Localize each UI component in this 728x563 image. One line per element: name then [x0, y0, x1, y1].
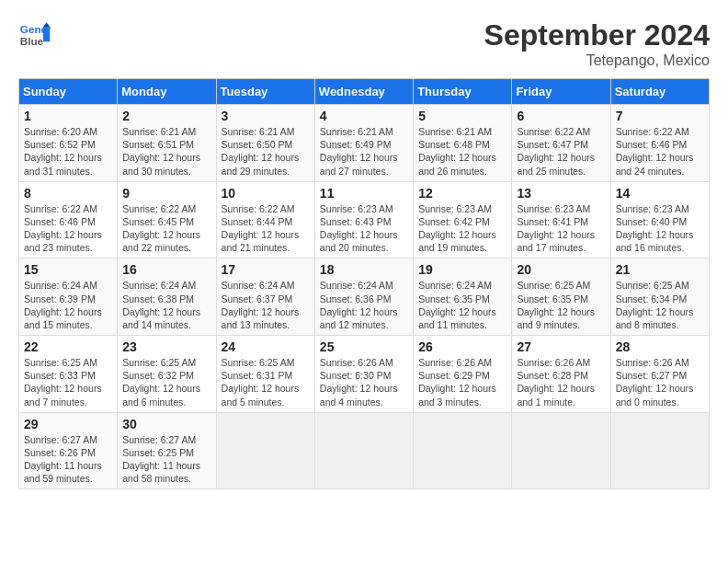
calendar-cell: 21Sunrise: 6:25 AM Sunset: 6:34 PM Dayli… — [610, 259, 709, 336]
day-info: Sunrise: 6:25 AM Sunset: 6:31 PM Dayligh… — [222, 356, 310, 408]
day-number: 12 — [418, 186, 506, 201]
calendar-cell: 23Sunrise: 6:25 AM Sunset: 6:32 PM Dayli… — [118, 336, 216, 413]
day-number: 27 — [517, 339, 605, 354]
calendar-cell: 30Sunrise: 6:27 AM Sunset: 6:25 PM Dayli… — [118, 412, 216, 489]
col-wednesday: Wednesday — [314, 79, 413, 105]
day-info: Sunrise: 6:20 AM Sunset: 6:52 PM Dayligh… — [24, 125, 112, 178]
calendar-cell: 28Sunrise: 6:26 AM Sunset: 6:27 PM Dayli… — [610, 336, 709, 413]
day-info: Sunrise: 6:22 AM Sunset: 6:44 PM Dayligh… — [222, 202, 310, 255]
calendar-cell: 5Sunrise: 6:21 AM Sunset: 6:48 PM Daylig… — [414, 105, 512, 182]
calendar-cell: 27Sunrise: 6:26 AM Sunset: 6:28 PM Dayli… — [512, 336, 610, 413]
col-sunday: Sunday — [19, 79, 118, 105]
day-number: 29 — [24, 417, 112, 431]
day-number: 8 — [24, 186, 112, 201]
day-info: Sunrise: 6:23 AM Sunset: 6:41 PM Dayligh… — [517, 202, 605, 255]
day-info: Sunrise: 6:22 AM Sunset: 6:45 PM Dayligh… — [122, 202, 210, 255]
day-number: 6 — [517, 109, 605, 123]
calendar-cell — [216, 412, 314, 489]
day-number: 11 — [320, 186, 408, 201]
calendar-cell: 6Sunrise: 6:22 AM Sunset: 6:47 PM Daylig… — [512, 105, 610, 182]
svg-marker-2 — [43, 27, 50, 41]
calendar-cell: 15Sunrise: 6:24 AM Sunset: 6:39 PM Dayli… — [19, 259, 118, 336]
calendar-cell: 25Sunrise: 6:26 AM Sunset: 6:30 PM Dayli… — [314, 336, 413, 413]
logo-icon: General Blue — [18, 18, 51, 52]
day-info: Sunrise: 6:22 AM Sunset: 6:46 PM Dayligh… — [616, 125, 704, 178]
logo: General Blue — [18, 18, 51, 52]
calendar-week-row: 29Sunrise: 6:27 AM Sunset: 6:26 PM Dayli… — [19, 412, 710, 489]
calendar-table: Sunday Monday Tuesday Wednesday Thursday… — [18, 78, 710, 489]
day-info: Sunrise: 6:21 AM Sunset: 6:49 PM Dayligh… — [320, 125, 408, 178]
calendar-cell — [512, 412, 610, 489]
month-title: September 2024 — [484, 18, 710, 52]
day-number: 24 — [222, 339, 310, 354]
day-number: 20 — [517, 262, 605, 277]
calendar-cell: 7Sunrise: 6:22 AM Sunset: 6:46 PM Daylig… — [610, 105, 709, 182]
calendar-cell: 18Sunrise: 6:24 AM Sunset: 6:36 PM Dayli… — [314, 259, 413, 336]
day-info: Sunrise: 6:26 AM Sunset: 6:29 PM Dayligh… — [418, 356, 506, 408]
day-info: Sunrise: 6:23 AM Sunset: 6:40 PM Dayligh… — [616, 202, 704, 255]
day-number: 9 — [122, 186, 210, 201]
day-info: Sunrise: 6:26 AM Sunset: 6:27 PM Dayligh… — [616, 356, 704, 408]
day-number: 3 — [222, 109, 310, 123]
calendar-cell: 11Sunrise: 6:23 AM Sunset: 6:43 PM Dayli… — [314, 181, 413, 259]
calendar-cell — [610, 412, 709, 489]
calendar-cell: 3Sunrise: 6:21 AM Sunset: 6:50 PM Daylig… — [216, 105, 314, 182]
calendar-cell: 16Sunrise: 6:24 AM Sunset: 6:38 PM Dayli… — [118, 259, 216, 336]
calendar-cell: 13Sunrise: 6:23 AM Sunset: 6:41 PM Dayli… — [512, 181, 610, 259]
day-number: 16 — [122, 262, 210, 277]
calendar-week-row: 22Sunrise: 6:25 AM Sunset: 6:33 PM Dayli… — [19, 336, 710, 413]
col-tuesday: Tuesday — [216, 79, 314, 105]
calendar-cell: 22Sunrise: 6:25 AM Sunset: 6:33 PM Dayli… — [19, 336, 118, 413]
day-number: 4 — [320, 109, 408, 123]
calendar-cell: 9Sunrise: 6:22 AM Sunset: 6:45 PM Daylig… — [118, 181, 216, 259]
day-info: Sunrise: 6:23 AM Sunset: 6:42 PM Dayligh… — [418, 202, 506, 255]
day-info: Sunrise: 6:25 AM Sunset: 6:35 PM Dayligh… — [517, 279, 605, 331]
day-number: 22 — [24, 339, 112, 354]
calendar-header-row: Sunday Monday Tuesday Wednesday Thursday… — [19, 79, 710, 105]
col-thursday: Thursday — [414, 79, 512, 105]
day-info: Sunrise: 6:23 AM Sunset: 6:43 PM Dayligh… — [320, 202, 408, 255]
calendar-week-row: 8Sunrise: 6:22 AM Sunset: 6:46 PM Daylig… — [19, 181, 710, 259]
calendar-cell — [314, 412, 413, 489]
day-info: Sunrise: 6:22 AM Sunset: 6:46 PM Dayligh… — [24, 202, 112, 255]
day-info: Sunrise: 6:22 AM Sunset: 6:47 PM Dayligh… — [517, 125, 605, 178]
calendar-cell: 4Sunrise: 6:21 AM Sunset: 6:49 PM Daylig… — [314, 105, 413, 182]
day-number: 26 — [418, 339, 506, 354]
day-info: Sunrise: 6:25 AM Sunset: 6:34 PM Dayligh… — [616, 279, 704, 331]
day-number: 25 — [320, 339, 408, 354]
day-number: 14 — [616, 186, 704, 201]
calendar-cell: 24Sunrise: 6:25 AM Sunset: 6:31 PM Dayli… — [216, 336, 314, 413]
day-info: Sunrise: 6:25 AM Sunset: 6:32 PM Dayligh… — [122, 356, 210, 408]
calendar-cell: 14Sunrise: 6:23 AM Sunset: 6:40 PM Dayli… — [610, 181, 709, 259]
day-number: 13 — [517, 186, 605, 201]
day-number: 10 — [222, 186, 310, 201]
calendar-cell: 17Sunrise: 6:24 AM Sunset: 6:37 PM Dayli… — [216, 259, 314, 336]
day-info: Sunrise: 6:21 AM Sunset: 6:48 PM Dayligh… — [418, 125, 506, 178]
calendar-cell: 8Sunrise: 6:22 AM Sunset: 6:46 PM Daylig… — [19, 181, 118, 259]
calendar-cell: 1Sunrise: 6:20 AM Sunset: 6:52 PM Daylig… — [19, 105, 118, 182]
day-info: Sunrise: 6:24 AM Sunset: 6:38 PM Dayligh… — [122, 279, 210, 331]
day-info: Sunrise: 6:24 AM Sunset: 6:36 PM Dayligh… — [320, 279, 408, 331]
day-number: 15 — [24, 262, 112, 277]
day-info: Sunrise: 6:27 AM Sunset: 6:25 PM Dayligh… — [122, 433, 210, 486]
day-number: 2 — [122, 109, 210, 123]
page-header: General Blue September 2024 Tetepango, M… — [18, 18, 710, 69]
day-info: Sunrise: 6:26 AM Sunset: 6:30 PM Dayligh… — [320, 356, 408, 408]
calendar-week-row: 1Sunrise: 6:20 AM Sunset: 6:52 PM Daylig… — [19, 105, 710, 182]
calendar-week-row: 15Sunrise: 6:24 AM Sunset: 6:39 PM Dayli… — [19, 259, 710, 336]
col-friday: Friday — [512, 79, 610, 105]
title-area: September 2024 Tetepango, Mexico — [484, 18, 710, 69]
day-info: Sunrise: 6:21 AM Sunset: 6:51 PM Dayligh… — [122, 125, 210, 178]
day-info: Sunrise: 6:24 AM Sunset: 6:35 PM Dayligh… — [418, 279, 506, 331]
day-info: Sunrise: 6:24 AM Sunset: 6:37 PM Dayligh… — [222, 279, 310, 331]
location-subtitle: Tetepango, Mexico — [484, 52, 710, 69]
calendar-cell: 20Sunrise: 6:25 AM Sunset: 6:35 PM Dayli… — [512, 259, 610, 336]
day-number: 18 — [320, 262, 408, 277]
calendar-cell: 12Sunrise: 6:23 AM Sunset: 6:42 PM Dayli… — [414, 181, 512, 259]
calendar-cell: 2Sunrise: 6:21 AM Sunset: 6:51 PM Daylig… — [118, 105, 216, 182]
day-number: 7 — [616, 109, 704, 123]
day-info: Sunrise: 6:27 AM Sunset: 6:26 PM Dayligh… — [24, 433, 112, 486]
day-number: 30 — [122, 417, 210, 431]
day-info: Sunrise: 6:21 AM Sunset: 6:50 PM Dayligh… — [222, 125, 310, 178]
calendar-cell — [414, 412, 512, 489]
